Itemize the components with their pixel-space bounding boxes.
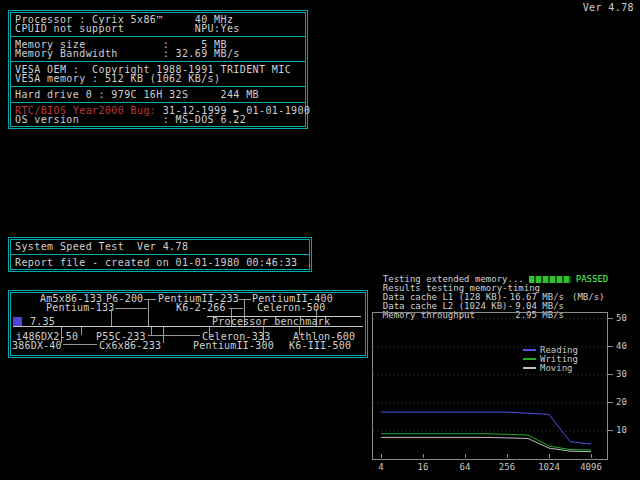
series-writing (381, 434, 591, 450)
y-axis-tick (608, 430, 613, 431)
connector-line (148, 300, 149, 326)
title-box: System Speed Test Ver 4.78 Report file -… (8, 237, 312, 272)
x-tick-label: 256 (495, 463, 519, 472)
cpu-label: K6-2-266 (176, 303, 226, 312)
legend-swatch (523, 358, 536, 360)
legend-item-moving: Moving (523, 364, 573, 373)
memory-bandwidth-line: Memory Bandwidth : 32.69 MB/s (15, 49, 301, 58)
x-axis-tick (507, 454, 508, 458)
connector-line (81, 327, 82, 335)
divider (11, 102, 305, 103)
cpu-label: PentiumII-300 (193, 341, 274, 350)
y-axis-tick (608, 318, 613, 319)
y-tick-label: 30 (616, 370, 627, 379)
divider (11, 254, 309, 255)
mbs-unit-label: (MB/s) (572, 293, 605, 302)
y-axis-tick (608, 346, 613, 347)
divider (11, 36, 305, 37)
y-tick-label: 20 (616, 398, 627, 407)
x-tick-label: 64 (453, 463, 477, 472)
connector-line (144, 299, 156, 300)
series-reading (381, 412, 591, 444)
connector-line (148, 335, 200, 336)
legend-label: Moving (540, 363, 573, 373)
connector-line (63, 344, 97, 345)
cpu-label: 386DX-40 (12, 341, 62, 350)
os-version-line: OS version : MS-DOS 6.22 (15, 115, 301, 124)
cpuid-line: CPUID not support NPU:Yes (15, 24, 301, 33)
x-tick-label: 1024 (537, 463, 561, 472)
processor-benchmark-box: Am5x86-133 P6-200 PentiumII-233 PentiumI… (8, 290, 368, 358)
y-axis-tick (608, 402, 613, 403)
x-tick-label: 4096 (579, 463, 603, 472)
divider (11, 61, 305, 62)
x-axis-tick (423, 454, 424, 458)
connector-line (115, 308, 147, 309)
y-tick-label: 50 (616, 314, 627, 323)
legend-swatch (523, 367, 536, 369)
connector-line (239, 299, 251, 300)
app-title: System Speed Test Ver 4.78 (15, 242, 305, 251)
vesa-memory-line: VESA memory : 512 KB (1062 KB/s) (15, 74, 301, 83)
memory-timing-chart: 10203040504166425610244096ReadingWriting… (372, 312, 608, 460)
series-moving (381, 437, 591, 451)
connector-line (111, 309, 112, 326)
legend-swatch (523, 349, 536, 351)
x-axis-tick (381, 454, 382, 458)
report-file-line: Report file - created on 01-01-1980 00:4… (15, 258, 305, 267)
memory-timing-plot (373, 313, 607, 459)
y-axis-tick (608, 374, 613, 375)
y-tick-label: 40 (616, 342, 627, 351)
benchmark-score-bar (13, 317, 22, 326)
benchmark-score: 7.35 (30, 317, 55, 326)
x-tick-label: 16 (411, 463, 435, 472)
system-info-box: Processor : Cyrix 5x86™ 40 MHz CPUID not… (8, 10, 308, 129)
cpu-label: K6-III-500 (289, 341, 351, 350)
y-tick-label: 10 (616, 426, 627, 435)
benchmark-title: Processor benchmark (212, 317, 330, 326)
cpu-label: Cx6x86-233 (99, 341, 161, 350)
hard-drive-line: Hard drive 0 : 979C 16H 32S 244 MB (15, 90, 301, 99)
version-label: Ver 4.78 (583, 2, 634, 13)
connector-line (151, 327, 152, 335)
cpu-label: Pentium-133 (46, 303, 114, 312)
x-tick-label: 4 (369, 463, 393, 472)
x-axis-tick (591, 454, 592, 458)
x-axis-tick (549, 454, 550, 458)
x-axis-tick (465, 454, 466, 458)
divider (11, 86, 305, 87)
